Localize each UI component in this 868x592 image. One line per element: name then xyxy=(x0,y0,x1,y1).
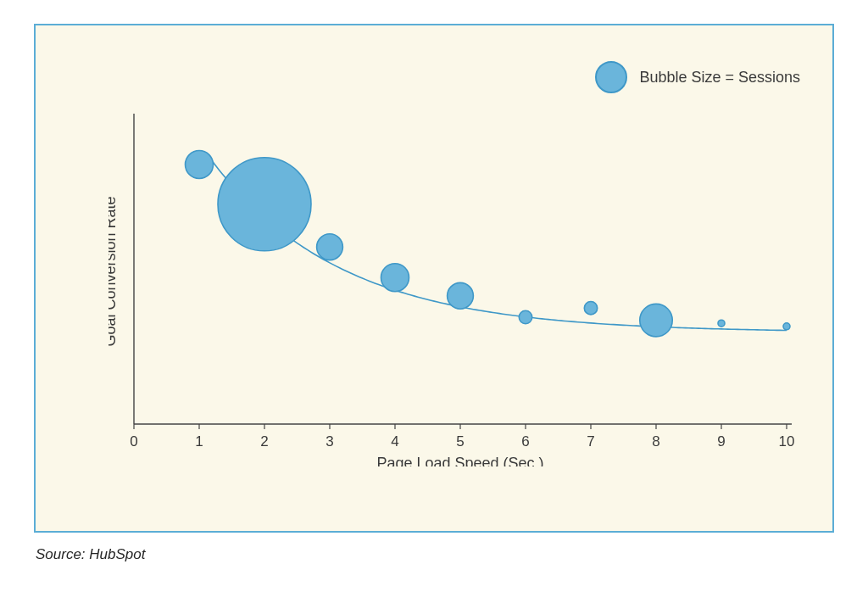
chart-card: Bubble Size = Sessions 012345678910Page … xyxy=(34,24,834,533)
svg-text:4: 4 xyxy=(391,433,398,450)
bubble xyxy=(584,302,597,315)
source-caption: Source: HubSpot xyxy=(36,546,145,563)
bubble xyxy=(381,264,409,292)
svg-text:Goal Conversion Rate: Goal Conversion Rate xyxy=(108,196,119,346)
svg-text:9: 9 xyxy=(717,433,725,450)
svg-text:7: 7 xyxy=(587,433,594,450)
bubble xyxy=(218,158,311,251)
svg-text:5: 5 xyxy=(456,433,464,450)
svg-text:3: 3 xyxy=(326,433,333,450)
legend: Bubble Size = Sessions xyxy=(595,61,800,93)
bubble xyxy=(519,310,531,323)
bubble xyxy=(718,320,725,327)
svg-text:1: 1 xyxy=(195,433,203,450)
svg-text:Page Load Speed (Sec.): Page Load Speed (Sec.) xyxy=(376,455,543,466)
svg-text:8: 8 xyxy=(652,433,659,450)
legend-swatch-icon xyxy=(595,61,627,93)
svg-text:0: 0 xyxy=(130,433,137,450)
svg-text:10: 10 xyxy=(779,433,795,450)
bubble-chart: 012345678910Page Load Speed (Sec.)Goal C… xyxy=(108,110,804,433)
chart-svg: 012345678910Page Load Speed (Sec.)Goal C… xyxy=(108,110,804,466)
bubble xyxy=(783,323,790,330)
svg-text:2: 2 xyxy=(260,433,268,450)
svg-text:6: 6 xyxy=(521,433,529,450)
bubble xyxy=(640,304,673,337)
legend-label: Bubble Size = Sessions xyxy=(639,69,800,87)
bubble xyxy=(448,282,474,309)
bubble xyxy=(317,234,343,260)
bubble xyxy=(186,151,214,179)
